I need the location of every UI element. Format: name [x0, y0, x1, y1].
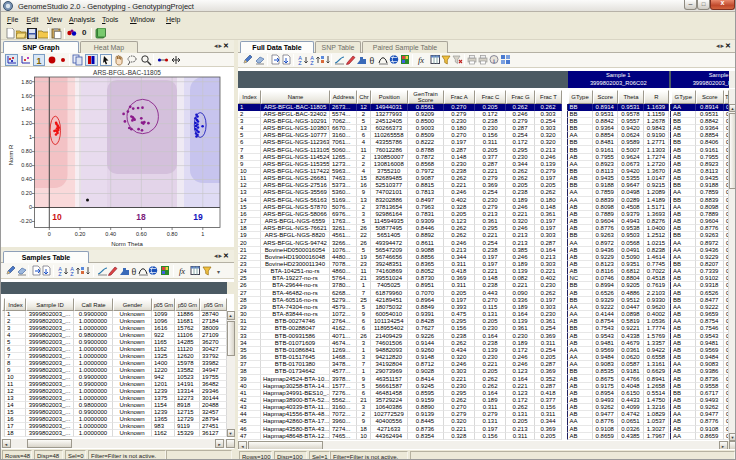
- svg-text:0.60: 0.60: [21, 162, 32, 168]
- svg-text:1: 1: [201, 231, 204, 237]
- svg-text:θ: θ: [370, 55, 375, 66]
- svg-text:0: 0: [29, 204, 32, 210]
- svg-text:fx: fx: [418, 55, 424, 65]
- svg-text:i: i: [493, 57, 495, 65]
- svg-text:Norm Theta: Norm Theta: [111, 241, 143, 247]
- svg-text:0.20: 0.20: [75, 231, 86, 237]
- svg-text:1: 1: [29, 134, 32, 140]
- svg-text:1.40: 1.40: [21, 106, 32, 112]
- svg-text:fx: fx: [179, 266, 185, 276]
- svg-text:0.80: 0.80: [21, 148, 32, 154]
- svg-text:0.40: 0.40: [105, 231, 116, 237]
- svg-text:Z: Z: [70, 271, 74, 277]
- svg-text:1.60: 1.60: [21, 93, 32, 99]
- svg-text:0.20: 0.20: [21, 190, 32, 196]
- svg-text:10: 10: [52, 212, 62, 222]
- svg-text:1.20: 1.20: [21, 120, 32, 126]
- svg-text:Norm R: Norm R: [8, 144, 14, 165]
- svg-text:Z: Z: [298, 60, 302, 66]
- svg-text:1: 1: [36, 56, 41, 66]
- svg-text:-0.20: -0.20: [19, 218, 32, 224]
- svg-text:0.60: 0.60: [136, 231, 147, 237]
- svg-text:18: 18: [136, 212, 146, 222]
- svg-text:0: 0: [48, 231, 51, 237]
- svg-text:ARS-BFGL-BAC-11805: ARS-BFGL-BAC-11805: [93, 69, 161, 76]
- svg-text:0.40: 0.40: [21, 176, 32, 182]
- svg-text:0.80: 0.80: [167, 231, 178, 237]
- svg-text:Z: Z: [310, 60, 314, 66]
- svg-text:θ: θ: [132, 266, 137, 277]
- svg-text:Z: Z: [58, 271, 62, 277]
- svg-text:19: 19: [193, 212, 203, 222]
- svg-text:1.80: 1.80: [21, 79, 32, 85]
